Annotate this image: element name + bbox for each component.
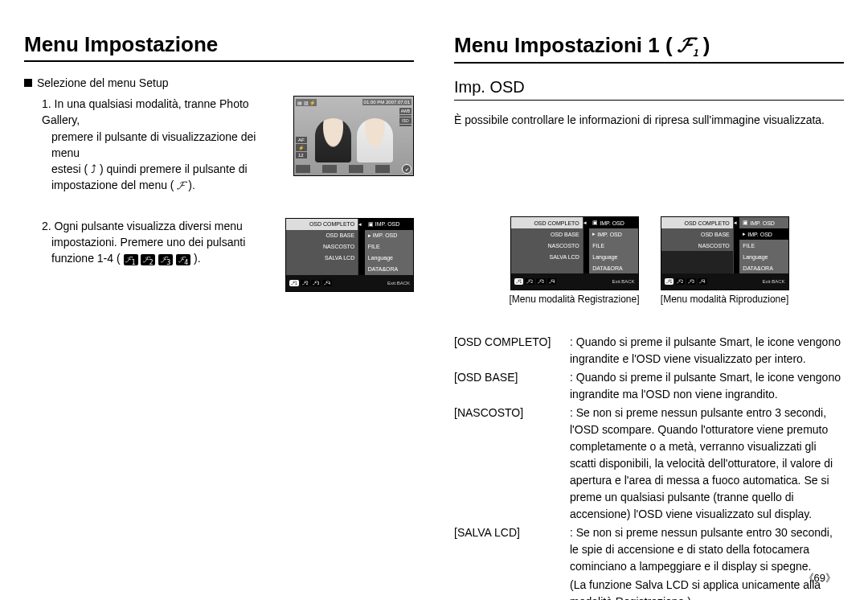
menu-panel-example: OSD COMPLETO◂▣ IMP. OSD OSD BASE▸ IMP. O… — [285, 218, 414, 292]
bullet-icon — [24, 79, 32, 87]
term: [NASCOSTO] — [454, 405, 567, 523]
wrench-icon: 𝓕 — [177, 179, 185, 191]
right-title-post: ) — [703, 33, 710, 58]
step-2: 2. Ogni pulsante visualizza diversi menu… — [42, 218, 414, 292]
menu-panel-play: OSD COMPLETO◂▣ IMP. OSD OSD BASE▸ IMP. O… — [661, 216, 789, 290]
step1-l3b: ) quindi premere il pulsante di — [100, 162, 248, 175]
intro-text: È possibile controllare le informazioni … — [454, 112, 844, 128]
def-nascosto: [NASCOSTO] : Se non si preme nessun puls… — [454, 405, 844, 523]
desc: : Se non si preme nessun pulsante entro … — [567, 405, 844, 523]
right-column: Menu Impostazioni 1 ( 𝓕1 ) Imp. OSD È po… — [446, 32, 844, 600]
left-title-text: Menu Impostazione — [24, 32, 218, 57]
caption-record: [Menu modalità Registrazione] — [509, 294, 639, 305]
menu-setup-icon: ✔ — [402, 164, 411, 174]
menu-panels: OSD COMPLETO◂▣ IMP. OSD OSD BASE▸ IMP. O… — [454, 216, 844, 305]
func-1-icon: 𝓕1 — [124, 254, 138, 265]
section-label: Selezione del menu Setup — [24, 76, 414, 89]
page-number: 《69》 — [804, 571, 836, 586]
lcd-af: AF — [296, 137, 307, 143]
desc: : Se non si preme nessun pulsante entro … — [567, 524, 844, 575]
step-1-text: 1. In una qualsiasi modalità, tranne Pho… — [42, 96, 282, 194]
def-osd-completo: [OSD COMPLETO] : Quando si preme il puls… — [454, 334, 844, 368]
section-label-text: Selezione del menu Setup — [37, 76, 168, 89]
step2-l3b: ). — [194, 252, 201, 265]
right-title: Menu Impostazioni 1 ( 𝓕1 ) — [454, 32, 844, 64]
lcd-time: 01:00 PM 2007.07.01 — [362, 99, 411, 105]
step2-l2: impostazioni. Premere uno dei pulsanti — [51, 234, 274, 250]
func-2-icon: 𝓕2 — [141, 254, 155, 265]
step1-l1: 1. In una qualsiasi modalità, tranne Pho… — [42, 96, 282, 129]
term: [OSD COMPLETO] — [454, 334, 567, 368]
lcd-count: 12 — [296, 152, 307, 158]
desc: : Quando si preme il pulsante Smart, le … — [567, 334, 844, 368]
desc: : Quando si preme il pulsante Smart, le … — [567, 369, 844, 403]
note: (La funzione Salva LCD si applica unicam… — [567, 577, 844, 600]
func-4-icon: 𝓕4 — [176, 254, 190, 265]
term: [SALVA LCD] — [454, 524, 567, 575]
step-1: 1. In una qualsiasi modalità, tranne Pho… — [42, 96, 414, 194]
step1-l3a: estesi ( — [51, 162, 91, 175]
step1-l4b: ). — [188, 179, 195, 191]
right-title-pre: Menu Impostazioni 1 ( — [454, 33, 673, 58]
step1-l2: premere il pulsante di visualizzazione d… — [51, 129, 282, 162]
func-3-icon: 𝓕3 — [158, 254, 173, 265]
def-salva-lcd: [SALVA LCD] : Se non si preme nessun pul… — [454, 524, 844, 575]
subheading: Imp. OSD — [454, 78, 844, 101]
term: [OSD BASE] — [454, 369, 567, 403]
extend-icon: ⤴ — [91, 162, 96, 175]
menu-panel-record: OSD COMPLETO◂▣ IMP. OSD OSD BASE▸ IMP. O… — [510, 216, 639, 290]
step2-l1: 2. Ogni pulsante visualizza diversi menu — [42, 218, 274, 234]
lcd-flash: ⚡ — [296, 144, 307, 151]
left-column: Menu Impostazione Selezione del menu Set… — [24, 32, 414, 600]
step1-l4a: impostazione del menu ( — [51, 179, 177, 191]
camera-lcd-preview: ▤ ▥ ⚡ 01:00 PM 2007.07.01 AF ⚡ 12 AWB IS… — [293, 96, 414, 176]
step-2-text: 2. Ogni pulsante visualizza diversi menu… — [42, 218, 274, 292]
definitions: [OSD COMPLETO] : Quando si preme il puls… — [454, 334, 844, 600]
def-osd-base: [OSD BASE] : Quando si preme il pulsante… — [454, 369, 844, 403]
wrench-1-icon: 𝓕1 — [678, 32, 698, 59]
left-title: Menu Impostazione — [24, 32, 414, 62]
step2-l3a: funzione 1-4 ( — [51, 252, 124, 265]
caption-play: [Menu modalità Riproduzione] — [661, 294, 788, 305]
